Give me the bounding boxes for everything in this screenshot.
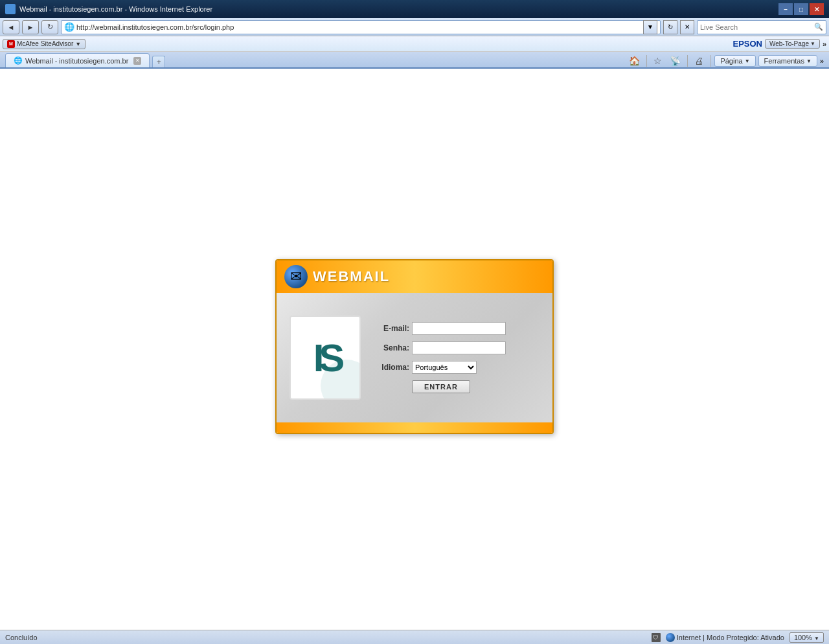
web-to-page-label: Web-To-Page: [769, 40, 809, 47]
maximize-button[interactable]: □: [794, 3, 808, 15]
stop-button[interactable]: ✕: [680, 20, 694, 34]
go-button[interactable]: ↻: [663, 20, 677, 34]
toolbar-separator-3: [710, 55, 710, 67]
language-select[interactable]: Português English Español: [412, 361, 477, 374]
expand-button[interactable]: »: [823, 40, 826, 48]
search-wrap: 🔍: [697, 20, 826, 34]
password-row: Senha:: [374, 341, 539, 354]
address-input[interactable]: [76, 23, 643, 31]
email-row: E-mail:: [374, 322, 539, 335]
mcafee-icon: M: [7, 40, 15, 48]
submit-row: ENTRAR: [374, 380, 539, 393]
password-label: Senha:: [374, 343, 409, 352]
toolbar-separator-2: [687, 55, 688, 67]
email-label: E-mail:: [374, 324, 409, 333]
epson-area: EPSON Web-To-Page ▼ »: [732, 39, 826, 49]
web-to-page-button[interactable]: Web-To-Page ▼: [765, 39, 820, 49]
submit-button[interactable]: ENTRAR: [412, 380, 470, 393]
forward-button[interactable]: ►: [22, 20, 39, 34]
language-label: Idioma:: [374, 363, 409, 372]
new-tab-button[interactable]: +: [152, 56, 165, 67]
webmail-box: ✉ WEBMAIL IS E-mail: Senha:: [275, 259, 554, 434]
menu-bar: M McAfee SiteAdvisor ▼ EPSON Web-To-Page…: [0, 36, 829, 52]
webmail-footer: [277, 422, 552, 433]
webmail-globe-icon: ✉: [284, 265, 308, 288]
tools-menu-button[interactable]: Ferramentas: [758, 55, 817, 67]
password-input[interactable]: [412, 341, 506, 354]
mcafee-label: McAfee SiteAdvisor: [17, 40, 73, 47]
webmail-title: WEBMAIL: [313, 268, 390, 285]
window-controls[interactable]: – □ ✕: [778, 3, 824, 15]
home-toolbar-btn[interactable]: 🏠: [626, 54, 642, 67]
star-toolbar-btn[interactable]: ☆: [651, 54, 664, 67]
refresh-button[interactable]: ↻: [41, 20, 58, 34]
globe-envelope-icon: ✉: [290, 268, 302, 285]
print-toolbar-btn[interactable]: 🖨: [692, 54, 706, 67]
tools-menu-label: Ferramentas: [764, 57, 804, 65]
close-button[interactable]: ✕: [810, 3, 824, 15]
active-tab[interactable]: 🌐 Webmail - institutosiegen.com.br ✕: [5, 53, 150, 67]
title-bar: Webmail - institutosiegen.com.br - Windo…: [0, 0, 829, 18]
address-bar: ◄ ► ↻ 🌐 ▼ ↻ ✕ 🔍: [0, 18, 829, 36]
search-button[interactable]: 🔍: [814, 23, 823, 31]
content-area: ✉ WEBMAIL IS E-mail: Senha:: [0, 69, 829, 625]
tab-close-button[interactable]: ✕: [133, 57, 141, 65]
toolbar-separator-1: [646, 55, 647, 67]
is-logo: IS: [290, 316, 361, 400]
search-input[interactable]: [700, 23, 814, 31]
address-bar-wrap: 🌐 ▼: [61, 20, 661, 34]
rss-toolbar-btn[interactable]: 📡: [667, 54, 683, 67]
expand-toolbar-btn[interactable]: »: [820, 57, 824, 65]
window-title: Webmail - institutosiegen.com.br - Windo…: [19, 5, 212, 13]
mcafee-dropdown-icon: ▼: [75, 41, 81, 47]
tab-favicon: 🌐: [14, 56, 23, 65]
page-favicon: 🌐: [64, 22, 74, 32]
tab-bar: 🌐 Webmail - institutosiegen.com.br ✕ + 🏠…: [0, 52, 829, 69]
browser-icon: [5, 4, 16, 14]
web-to-page-dropdown: ▼: [810, 41, 815, 47]
webmail-header: ✉ WEBMAIL: [277, 260, 552, 293]
title-bar-left: Webmail - institutosiegen.com.br - Windo…: [5, 4, 212, 14]
page-menu-button[interactable]: Página: [714, 55, 755, 67]
webmail-form: E-mail: Senha: Idioma: Português English…: [374, 322, 539, 393]
language-row: Idioma: Português English Español: [374, 361, 539, 374]
back-button[interactable]: ◄: [3, 20, 19, 34]
epson-logo: EPSON: [732, 39, 762, 49]
mcafee-badge[interactable]: M McAfee SiteAdvisor ▼: [3, 39, 85, 49]
minimize-button[interactable]: –: [778, 3, 793, 15]
address-dropdown-btn[interactable]: ▼: [643, 20, 657, 34]
tab-label: Webmail - institutosiegen.com.br: [25, 57, 128, 65]
email-input[interactable]: [412, 322, 506, 335]
page-menu-label: Página: [720, 57, 742, 65]
webmail-body: IS E-mail: Senha: Idioma: Português E: [277, 293, 552, 422]
